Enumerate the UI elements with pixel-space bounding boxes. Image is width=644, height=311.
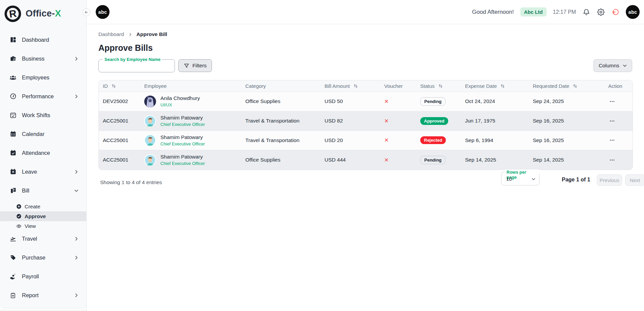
voucher-x-icon: ✕ (384, 118, 389, 124)
settings-gear-icon[interactable] (597, 8, 605, 16)
sidebar-item[interactable]: Travel (0, 231, 86, 246)
status-badge: Pending (420, 97, 446, 106)
bills-table: ID Employee Category (98, 80, 633, 170)
bill-id: DEV25002 (99, 98, 140, 104)
breadcrumb-chevron-icon (128, 32, 132, 37)
sidebar-collapse-button[interactable] (83, 8, 90, 16)
chevron-icon (74, 293, 79, 298)
office-x-logo-icon: R (4, 5, 22, 23)
user-avatar[interactable]: abc (626, 5, 640, 19)
bill-category: Office Supplies (241, 98, 320, 104)
next-page-button[interactable]: Next (625, 174, 644, 186)
sidebar-item[interactable]: Purchase (0, 250, 86, 265)
row-actions-button[interactable] (604, 157, 633, 163)
bill-category: Travel & Transportation (241, 137, 320, 143)
rows-per-page-select[interactable]: Rows per page 10 (501, 172, 540, 185)
sort-arrows-icon[interactable] (111, 83, 116, 89)
column-header: Action (604, 83, 633, 89)
column-header: Status (416, 83, 461, 89)
column-header: Bill Amount (320, 83, 380, 89)
brand: R Office-X (0, 0, 86, 24)
chevron-down-icon (531, 177, 536, 181)
breadcrumb-dashboard[interactable]: Dashboard (98, 31, 124, 37)
employee-cell: Shamim Patowary Chief Executive Officer (140, 154, 241, 166)
clock-text: 12:17 PM (553, 9, 576, 15)
search-box: Search by Employee Name (98, 59, 175, 72)
page-info: Page 1 of 1 (562, 177, 590, 183)
chevron-icon (74, 236, 79, 241)
chevron-icon (74, 94, 79, 99)
page-title: Approve Bills (98, 43, 644, 53)
bill-row: DEV25002 Anila Chowdhury UI/UX Office Su… (99, 92, 633, 111)
main-content: Dashboard Approve Bill Approve Bills Sea… (87, 25, 644, 310)
row-actions-button[interactable] (604, 137, 633, 143)
columns-button[interactable]: Columns (593, 59, 632, 72)
chevron-icon (74, 169, 79, 174)
employee-role: Chief Executive Officer (160, 141, 205, 146)
expense-date: Jun 17, 1975 (461, 118, 529, 124)
logout-icon[interactable] (611, 8, 619, 16)
chevron-icon (74, 56, 79, 61)
employees-icon (9, 74, 17, 81)
chevron-down-icon (622, 63, 627, 68)
sidebar-item[interactable]: Business (0, 51, 86, 66)
employee-search-input[interactable] (99, 60, 175, 72)
sidebar-item[interactable]: Leave (0, 164, 86, 179)
sidebar-subitem[interactable]: View (0, 221, 86, 231)
voucher-x-icon: ✕ (384, 99, 389, 104)
employee-name: Shamim Patowary (160, 115, 205, 121)
voucher-x-icon: ✕ (384, 137, 389, 143)
employee-name: Shamim Patowary (160, 154, 205, 160)
brand-name: Office-X (26, 8, 61, 19)
previous-page-button[interactable]: Previous (597, 174, 622, 186)
sidebar-item[interactable]: Dashboard (0, 32, 86, 47)
sort-arrows-icon[interactable] (438, 83, 443, 89)
breadcrumb-current: Approve Bill (136, 31, 167, 37)
row-actions-button[interactable] (604, 118, 633, 124)
sidebar-item[interactable]: Attendance (0, 145, 86, 161)
sidebar-item[interactable]: Performance (0, 89, 86, 104)
sidebar-item[interactable]: Employees (0, 70, 86, 85)
bill-row: ACC25001 Shamim Patowary Chief Executive… (99, 150, 633, 170)
expense-date: Sep 6, 1994 (461, 137, 529, 143)
leave-icon (9, 168, 17, 175)
sidebar-subitem[interactable]: Create (0, 202, 86, 211)
row-actions-button[interactable] (604, 98, 633, 105)
anila-avatar (144, 96, 156, 107)
column-header: Expense Date (461, 83, 529, 89)
report-icon (9, 292, 17, 299)
sidebar-item[interactable]: Work Shifts (0, 107, 86, 123)
sidebar: R Office-X Dashboard Business (0, 0, 87, 308)
employee-role: Chief Executive Officer (160, 122, 205, 127)
shamim-avatar (144, 154, 156, 166)
sidebar-item[interactable]: Payroll (0, 269, 86, 284)
sidebar-subitem[interactable]: Approve (0, 211, 86, 221)
chevron-icon (74, 255, 79, 260)
sort-arrows-icon[interactable] (353, 83, 358, 89)
attendance-icon (9, 149, 17, 157)
approve-bills-app: R Office-X Dashboard Business (0, 0, 644, 311)
table-header-row: ID Employee Category (99, 80, 633, 92)
status-badge: Approved (420, 117, 448, 125)
filters-button[interactable]: Filters (178, 59, 212, 72)
sort-arrows-icon[interactable] (573, 83, 578, 89)
column-header: Voucher (380, 83, 416, 89)
dashboard-icon (9, 36, 17, 43)
toolbar: Search by Employee Name Filters Columns (98, 59, 632, 73)
sidebar-item[interactable]: Bill (0, 183, 86, 198)
sort-arrows-icon[interactable] (500, 83, 505, 89)
sidebar-item[interactable]: Report (0, 287, 86, 303)
bill-id: ACC25001 (99, 118, 140, 124)
employee-cell: Shamim Patowary Chief Executive Officer (140, 134, 241, 146)
status-badge: Pending (420, 156, 446, 164)
calendar-icon (9, 131, 17, 138)
org-logo: abc (96, 5, 110, 19)
requested-date: Sep 16, 2025 (529, 118, 604, 124)
requested-date: Sep 16, 2025 (529, 137, 604, 143)
business-icon (9, 55, 17, 62)
notifications-bell-icon[interactable] (582, 8, 590, 16)
bill-amount: USD 20 (320, 137, 380, 143)
bill-row: ACC25001 Shamim Patowary Chief Executive… (99, 111, 633, 131)
sidebar-item[interactable]: Calendar (0, 126, 86, 142)
table-body: DEV25002 Anila Chowdhury UI/UX Office Su… (99, 92, 633, 170)
